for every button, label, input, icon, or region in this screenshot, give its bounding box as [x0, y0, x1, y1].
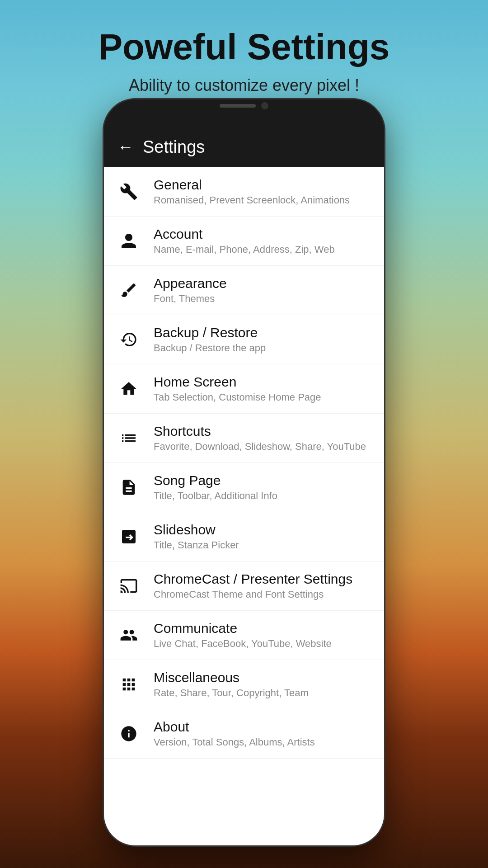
item-subtitle-communicate: Live Chat, FaceBook, YouTube, Website	[154, 638, 371, 650]
settings-list: General Romanised, Prevent Screenlock, A…	[104, 167, 384, 845]
notch-speaker	[220, 104, 256, 108]
item-title-about: About	[154, 719, 371, 735]
grid-icon	[117, 673, 140, 696]
item-text-miscellaneous: Miscellaneous Rate, Share, Tour, Copyrig…	[154, 670, 371, 699]
promo-section: Poweful Settings Ability to customize ev…	[0, 0, 488, 108]
home-icon	[117, 377, 140, 400]
item-title-backup-restore: Backup / Restore	[154, 325, 371, 340]
back-button[interactable]: ←	[117, 137, 134, 156]
item-text-backup-restore: Backup / Restore Backup / Restore the ap…	[154, 325, 371, 354]
settings-item-chromecast[interactable]: ChromeCast / Presenter Settings ChromeCa…	[104, 561, 384, 611]
settings-item-account[interactable]: Account Name, E-mail, Phone, Address, Zi…	[104, 217, 384, 266]
settings-header: ← Settings	[104, 127, 384, 167]
item-title-communicate: Communicate	[154, 621, 371, 636]
item-title-appearance: Appearance	[154, 276, 371, 291]
item-subtitle-shortcuts: Favorite, Download, Slideshow, Share, Yo…	[154, 441, 371, 453]
item-subtitle-account: Name, E-mail, Phone, Address, Zip, Web	[154, 244, 371, 255]
item-subtitle-home-screen: Tab Selection, Customise Home Page	[154, 392, 371, 403]
item-subtitle-about: Version, Total Songs, Albums, Artists	[154, 736, 371, 748]
item-title-miscellaneous: Miscellaneous	[154, 670, 371, 685]
phone-top-bar	[104, 99, 384, 127]
item-subtitle-backup-restore: Backup / Restore the app	[154, 342, 371, 354]
item-title-home-screen: Home Screen	[154, 374, 371, 390]
settings-item-song-page[interactable]: Song Page Title, Toolbar, Additional Inf…	[104, 463, 384, 512]
promo-subtitle: Ability to customize every pixel !	[18, 76, 470, 95]
item-title-shortcuts: Shortcuts	[154, 424, 371, 439]
list-icon	[117, 427, 140, 449]
item-text-slideshow: Slideshow Title, Stanza Picker	[154, 522, 371, 551]
info-icon	[117, 722, 140, 745]
item-text-general: General Romanised, Prevent Screenlock, A…	[154, 177, 371, 206]
item-text-account: Account Name, E-mail, Phone, Address, Zi…	[154, 226, 371, 255]
promo-title: Poweful Settings	[18, 27, 470, 67]
people-icon	[117, 624, 140, 646]
item-text-song-page: Song Page Title, Toolbar, Additional Inf…	[154, 473, 371, 502]
item-title-song-page: Song Page	[154, 473, 371, 488]
cast-icon	[117, 575, 140, 597]
settings-item-about[interactable]: About Version, Total Songs, Albums, Arti…	[104, 709, 384, 759]
settings-item-shortcuts[interactable]: Shortcuts Favorite, Download, Slideshow,…	[104, 414, 384, 463]
item-subtitle-song-page: Title, Toolbar, Additional Info	[154, 490, 371, 502]
item-subtitle-chromecast: ChromeCast Theme and Font Settings	[154, 589, 371, 600]
item-title-chromecast: ChromeCast / Presenter Settings	[154, 571, 371, 587]
document-icon	[117, 476, 140, 499]
settings-item-appearance[interactable]: Appearance Font, Themes	[104, 266, 384, 315]
history-icon	[117, 328, 140, 351]
item-subtitle-miscellaneous: Rate, Share, Tour, Copyright, Team	[154, 687, 371, 699]
notch-camera	[261, 102, 268, 109]
item-title-account: Account	[154, 226, 371, 242]
settings-item-miscellaneous[interactable]: Miscellaneous Rate, Share, Tour, Copyrig…	[104, 660, 384, 709]
settings-page-title: Settings	[143, 137, 205, 157]
settings-item-communicate[interactable]: Communicate Live Chat, FaceBook, YouTube…	[104, 611, 384, 660]
item-text-about: About Version, Total Songs, Albums, Arti…	[154, 719, 371, 748]
settings-item-general[interactable]: General Romanised, Prevent Screenlock, A…	[104, 167, 384, 217]
item-text-chromecast: ChromeCast / Presenter Settings ChromeCa…	[154, 571, 371, 600]
settings-item-home-screen[interactable]: Home Screen Tab Selection, Customise Hom…	[104, 364, 384, 414]
phone-content: ← Settings General Romanised, Prevent Sc…	[104, 127, 384, 845]
settings-item-slideshow[interactable]: Slideshow Title, Stanza Picker	[104, 512, 384, 561]
item-text-appearance: Appearance Font, Themes	[154, 276, 371, 305]
brush-icon	[117, 279, 140, 302]
item-title-slideshow: Slideshow	[154, 522, 371, 538]
play-icon	[117, 525, 140, 548]
person-icon	[117, 230, 140, 252]
item-subtitle-slideshow: Title, Stanza Picker	[154, 539, 371, 551]
phone-frame: ← Settings General Romanised, Prevent Sc…	[104, 99, 384, 845]
wrench-icon	[117, 180, 140, 203]
item-subtitle-general: Romanised, Prevent Screenlock, Animation…	[154, 194, 371, 206]
item-subtitle-appearance: Font, Themes	[154, 293, 371, 305]
item-text-shortcuts: Shortcuts Favorite, Download, Slideshow,…	[154, 424, 371, 453]
settings-item-backup-restore[interactable]: Backup / Restore Backup / Restore the ap…	[104, 315, 384, 364]
item-title-general: General	[154, 177, 371, 193]
item-text-home-screen: Home Screen Tab Selection, Customise Hom…	[154, 374, 371, 403]
item-text-communicate: Communicate Live Chat, FaceBook, YouTube…	[154, 621, 371, 650]
phone-notch	[208, 99, 280, 112]
